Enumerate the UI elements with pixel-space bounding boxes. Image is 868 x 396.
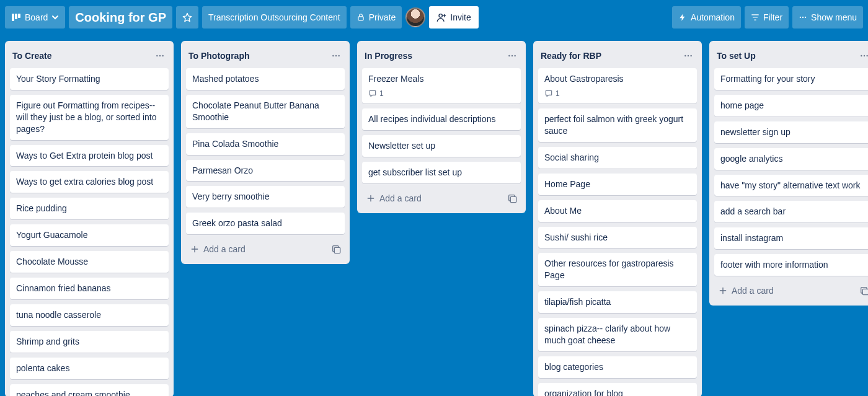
board-title[interactable]: Cooking for GP <box>69 6 172 29</box>
list-menu-button[interactable] <box>327 47 345 64</box>
list-title[interactable]: To Photograph <box>188 51 327 61</box>
card[interactable]: tilapia/fish picatta <box>538 291 697 313</box>
cards-container: About Gastroparesis1perfect foil salmon … <box>533 68 702 396</box>
card[interactable]: perfect foil salmon with greek yogurt sa… <box>538 108 697 142</box>
filter-icon <box>751 13 760 22</box>
card-title: spinach pizza-- clarify about how much g… <box>544 323 691 346</box>
board-header: Board Cooking for GP Transcription Outso… <box>0 0 868 35</box>
card[interactable]: polenta cakes <box>10 358 169 379</box>
list-menu-button[interactable] <box>856 47 868 64</box>
filter-button[interactable]: Filter <box>745 6 789 29</box>
card[interactable]: Cinnamon fried bananas <box>10 278 169 299</box>
card[interactable]: All recipes individual descriptions <box>362 108 521 130</box>
card-title: have "my story" alternative text work <box>720 180 867 191</box>
avatar[interactable] <box>405 7 425 27</box>
add-card-button[interactable]: Add a card <box>362 190 500 207</box>
list-menu-button[interactable] <box>680 47 697 64</box>
card[interactable]: blog categories <box>538 356 697 378</box>
automation-label: Automation <box>691 12 735 22</box>
card[interactable]: peaches and cream smoothie <box>10 384 169 396</box>
card-title: Parmesan Orzo <box>192 165 339 177</box>
add-card-button[interactable]: Add a card <box>186 240 324 258</box>
card-badges: 1 <box>368 89 515 99</box>
star-icon <box>182 12 192 22</box>
svg-point-7 <box>805 17 806 18</box>
list-header: To Create <box>5 41 174 68</box>
card[interactable]: Your Story Formatting <box>10 68 169 90</box>
card[interactable]: tuna noodle casserole <box>10 304 169 326</box>
card[interactable]: Very berry smoothie <box>186 186 345 208</box>
card-title: newsletter sign up <box>720 126 867 138</box>
card[interactable]: Yogurt Guacamole <box>10 224 169 246</box>
view-switcher[interactable]: Board <box>5 6 65 29</box>
star-button[interactable] <box>176 6 198 29</box>
add-card-button[interactable]: Add a card <box>714 282 852 299</box>
card[interactable]: home page <box>714 95 868 117</box>
svg-rect-1 <box>15 14 17 19</box>
list-title[interactable]: To Create <box>12 51 151 61</box>
card-title: tilapia/fish picatta <box>544 296 691 308</box>
list-footer: Add a card <box>709 277 868 306</box>
card[interactable]: Newsletter set up <box>362 135 521 157</box>
card[interactable]: Formatting for your story <box>714 68 868 90</box>
card[interactable]: install instagram <box>714 227 868 249</box>
list-title[interactable]: To set Up <box>717 51 856 61</box>
card[interactable]: Parmesan Orzo <box>186 160 345 182</box>
card[interactable]: Figure out Formatting from recipes-- wil… <box>10 95 169 140</box>
svg-point-5 <box>800 17 801 18</box>
card[interactable]: organization for blog <box>538 383 697 396</box>
card[interactable]: Greek orzo pasta salad <box>186 213 345 234</box>
plus-icon <box>190 244 200 254</box>
card-title: Social sharing <box>544 152 691 164</box>
svg-rect-2 <box>18 14 20 18</box>
card-title: Ways to Get Extra protein blog post <box>16 150 162 162</box>
show-menu-button[interactable]: Show menu <box>792 6 863 29</box>
automation-button[interactable]: Automation <box>672 6 741 29</box>
card[interactable]: footer with more information <box>714 254 868 276</box>
card[interactable]: Ways to get extra calories blog post <box>10 171 169 193</box>
comment-count: 1 <box>556 89 560 99</box>
card[interactable]: spinach pizza-- clarify about how much g… <box>538 318 697 351</box>
privacy-label: Private <box>369 12 396 22</box>
card-badges: 1 <box>544 89 691 99</box>
bolt-icon <box>678 13 687 22</box>
card[interactable]: Home Page <box>538 174 697 195</box>
card[interactable]: About Gastroparesis1 <box>538 68 697 103</box>
privacy-button[interactable]: Private <box>350 6 402 29</box>
card[interactable]: Mashed potatoes <box>186 68 345 90</box>
card-title: Cinnamon fried bananas <box>16 283 162 294</box>
card[interactable]: get subscriber list set up <box>362 162 521 183</box>
card[interactable]: Social sharing <box>538 147 697 169</box>
invite-button[interactable]: Invite <box>429 6 478 29</box>
list: To CreateYour Story FormattingFigure out… <box>5 41 174 396</box>
list-title[interactable]: In Progress <box>365 51 503 61</box>
card[interactable]: Ways to Get Extra protein blog post <box>10 145 169 167</box>
card[interactable]: Pina Colada Smoothie <box>186 133 345 155</box>
list-menu-button[interactable] <box>151 47 169 64</box>
card[interactable]: Sushi/ sushi rice <box>538 227 697 249</box>
card-template-button[interactable] <box>503 190 521 207</box>
card[interactable]: Other resources for gastroparesis Page <box>538 253 697 286</box>
card[interactable]: About Me <box>538 200 697 222</box>
list: To PhotographMashed potatoesChocolate Pe… <box>181 41 350 264</box>
card-title: get subscriber list set up <box>368 167 515 178</box>
board-canvas: To CreateYour Story FormattingFigure out… <box>0 35 868 396</box>
card-template-button[interactable] <box>327 240 345 258</box>
list-menu-button[interactable] <box>503 47 521 64</box>
card[interactable]: newsletter sign up <box>714 121 868 143</box>
card[interactable]: Rice pudding <box>10 198 169 219</box>
card[interactable]: add a search bar <box>714 201 868 222</box>
card[interactable]: have "my story" alternative text work <box>714 175 868 196</box>
linked-item[interactable]: Transcription Outsourcing Content <box>202 6 347 29</box>
svg-rect-28 <box>862 289 868 294</box>
card[interactable]: Freezer Meals1 <box>362 68 521 103</box>
card[interactable]: Shrimp and grits <box>10 331 169 353</box>
card-template-button[interactable] <box>856 282 868 299</box>
svg-rect-20 <box>510 196 516 202</box>
card[interactable]: google analytics <box>714 148 868 170</box>
svg-point-17 <box>512 55 513 56</box>
list-title[interactable]: Ready for RBP <box>541 51 680 61</box>
card[interactable]: Chocolate Mousse <box>10 251 169 273</box>
card-title: Greek orzo pasta salad <box>192 218 339 229</box>
card[interactable]: Chocolate Peanut Butter Banana Smoothie <box>186 95 345 128</box>
